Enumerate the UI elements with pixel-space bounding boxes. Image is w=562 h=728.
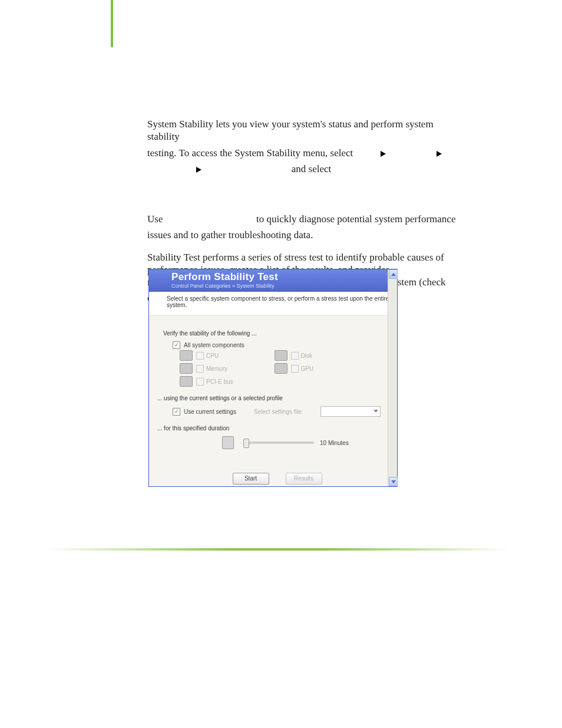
select-file-label: Select settings file: [254, 409, 303, 415]
arrow-icon [196, 167, 201, 173]
screenshot-instruction: Select a specific system component to st… [149, 292, 397, 316]
disk-checkbox[interactable] [291, 352, 299, 360]
use-rest: to quickly diagnose potential system per… [256, 213, 456, 225]
disk-row: Disk [275, 350, 314, 361]
intro-line-2: testing. To access the System Stability … [147, 147, 459, 159]
results-button[interactable]: Results [286, 473, 322, 485]
screenshot-title: Perform Stability Test [171, 271, 397, 283]
disk-label: Disk [301, 353, 312, 359]
duration-value: 10 Minutes [320, 440, 349, 446]
duration-label: ... for this specified duration [157, 425, 391, 431]
use-word: Use [147, 213, 163, 225]
chevron-up-icon [391, 273, 396, 276]
button-row: Start Results [163, 473, 391, 485]
components-grid: CPU Memory PCI-E bus [180, 350, 391, 387]
clock-icon [222, 436, 234, 449]
arrow-icon [437, 151, 442, 157]
settings-row: Use current settings Select settings fil… [173, 406, 391, 417]
cpu-row: CPU [180, 350, 233, 361]
pcie-icon [180, 376, 193, 387]
profile-label: ... using the current settings or a sele… [157, 395, 391, 401]
scroll-down-button[interactable] [389, 477, 398, 486]
pcie-checkbox[interactable] [196, 378, 204, 386]
start-button[interactable]: Start [233, 473, 269, 485]
scrollbar[interactable] [388, 269, 397, 486]
all-components-checkbox[interactable] [173, 341, 180, 349]
screenshot-breadcrumb: Control Panel Categories » System Stabil… [171, 283, 397, 289]
pcie-label: PCI-E bus [206, 378, 233, 385]
intro-line-1: System Stability lets you view your syst… [147, 118, 459, 143]
chevron-down-icon [391, 480, 396, 483]
settings-file-dropdown[interactable] [320, 406, 381, 417]
intro-line-3: and select [147, 163, 459, 175]
use-current-label: Use current settings [184, 409, 236, 415]
cpu-checkbox[interactable] [196, 352, 204, 360]
gpu-icon [275, 363, 287, 374]
disk-icon [275, 350, 287, 361]
gpu-checkbox[interactable] [291, 365, 299, 373]
use-line: Use to quickly diagnose potential system… [147, 213, 459, 225]
duration-slider-row: 10 Minutes [222, 436, 391, 449]
stability-test-screenshot: Perform Stability Test Control Panel Cat… [148, 269, 398, 487]
memory-icon [180, 363, 193, 374]
screenshot-header: Perform Stability Test Control Panel Cat… [149, 269, 397, 292]
screenshot-body: Verify the stability of the following ..… [149, 316, 397, 490]
use-current-checkbox[interactable] [173, 408, 180, 416]
arrow-icon [381, 151, 386, 157]
vertical-rule [111, 0, 113, 47]
intro-line-3-text: and select [292, 163, 332, 174]
duration-slider[interactable] [243, 442, 314, 444]
all-components-row: All system components [173, 341, 391, 349]
memory-label: Memory [206, 365, 227, 372]
footer-rule [47, 548, 509, 551]
scroll-up-button[interactable] [389, 269, 398, 279]
memory-checkbox[interactable] [196, 365, 204, 373]
cpu-label: CPU [206, 353, 219, 359]
pcie-row: PCI-E bus [180, 376, 233, 387]
all-components-label: All system components [184, 342, 244, 348]
duration-slider-thumb[interactable] [243, 439, 249, 448]
cpu-icon [180, 350, 193, 361]
gpu-label: GPU [301, 365, 314, 372]
gpu-row: GPU [275, 363, 314, 374]
memory-row: Memory [180, 363, 233, 374]
intro-line-2a: testing. To access the System Stability … [147, 147, 353, 159]
verify-label: Verify the stability of the following ..… [163, 330, 391, 337]
use-line-2: issues and to gather troubleshooting dat… [147, 229, 459, 241]
